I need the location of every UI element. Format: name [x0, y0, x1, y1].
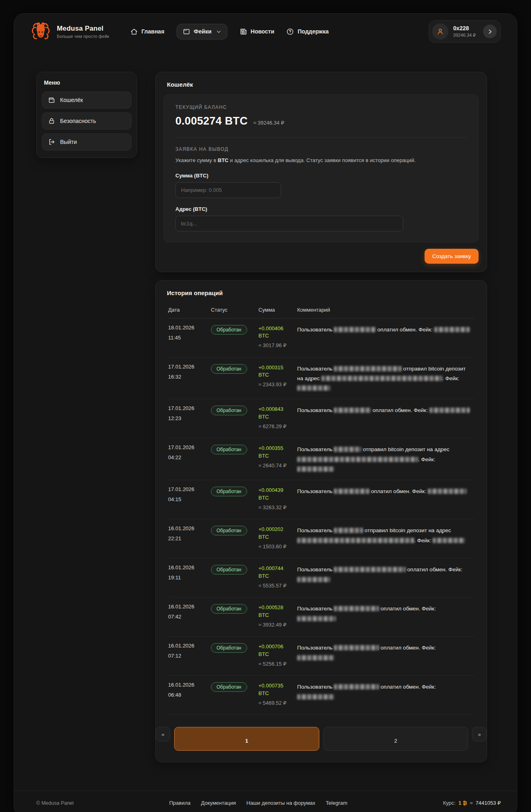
account-expand-button[interactable]	[483, 25, 497, 38]
pagination-page-2-button[interactable]: 2	[323, 727, 469, 751]
rate-approx: ≈	[470, 800, 473, 806]
censored-text	[297, 466, 334, 472]
cell-amount: +0.000735BTC≈ 5469.52 ₽	[258, 682, 297, 707]
rate-value: 7441053 ₽	[476, 800, 501, 806]
row-time: 07:12	[168, 653, 211, 658]
censored-text	[297, 538, 414, 543]
row-currency: BTC	[258, 332, 297, 340]
cell-comment: Пользователь оплатил обмен. Фейк:	[297, 406, 474, 415]
sidebar-item-wallet[interactable]: Кошелёк	[42, 92, 131, 108]
row-amount: +0.000744	[258, 565, 297, 573]
row-currency: BTC	[258, 573, 297, 580]
footer-link-telegram[interactable]: Telegram	[326, 800, 347, 806]
amount-input[interactable]	[175, 182, 281, 198]
sidebar-item-security[interactable]: Безопасность	[42, 112, 131, 129]
wallet-card: Кошелёк ТЕКУЩИЙ БАЛАНС 0.005274 BTC ≈ 39…	[155, 72, 487, 272]
row-currency: BTC	[258, 651, 297, 658]
balance-label: ТЕКУЩИЙ БАЛАНС	[175, 104, 467, 110]
row-amount: +0.000202	[258, 526, 297, 533]
row-date: 17.01.2026	[168, 487, 211, 492]
row-date: 16.01.2026	[168, 682, 211, 687]
cell-status: Обработан	[211, 445, 258, 454]
footer-link-docs[interactable]: Документация	[201, 800, 236, 806]
pagination-next-button[interactable]: »	[472, 727, 487, 741]
cell-status: Обработан	[211, 604, 258, 614]
table-row: 16.01.202607:42Обработан+0.000528BTC≈ 39…	[168, 598, 474, 637]
sidebar: Меню Кошелёк Безопасность Выйти	[36, 72, 137, 158]
sidebar-item-logout[interactable]: Выйти	[42, 133, 131, 150]
row-rub: ≈ 5535.57 ₽	[258, 582, 297, 590]
pagination-page-1-button[interactable]: 1	[174, 727, 319, 751]
window-icon	[183, 28, 190, 35]
row-date: 18.01.2026	[168, 325, 211, 330]
table-row: 18.01.202611:45Обработан+0.000406BTC≈ 30…	[168, 319, 474, 358]
balance-row: 0.005274 BTC ≈ 39246.34 ₽	[175, 115, 467, 127]
status-badge: Обработан	[211, 604, 247, 614]
cell-date: 17.01.202604:15	[168, 487, 211, 502]
row-time: 07:42	[168, 614, 211, 619]
nav-label: Главная	[142, 28, 165, 35]
cell-date: 17.01.202612:23	[168, 406, 211, 421]
censored-text	[321, 376, 442, 381]
nav-item-support[interactable]: Поддержка	[286, 28, 329, 35]
hint-pre: Укажите сумму в	[175, 157, 218, 163]
medusa-logo-icon	[30, 21, 51, 42]
logout-icon	[48, 138, 55, 146]
cell-date: 18.01.202611:45	[168, 325, 211, 340]
news-icon	[239, 28, 247, 35]
nav-item-home[interactable]: Главная	[130, 28, 165, 35]
cell-status: Обработан	[211, 526, 258, 535]
row-currency: BTC	[258, 612, 297, 619]
status-badge: Обработан	[211, 445, 247, 454]
row-date: 17.01.2026	[168, 364, 211, 369]
cell-amount: +0.000843BTC≈ 6276.29 ₽	[258, 406, 297, 431]
col-amount: Сумма	[258, 307, 297, 313]
cell-status: Обработан	[211, 682, 258, 692]
cell-status: Обработан	[211, 364, 258, 374]
status-badge: Обработан	[211, 526, 247, 535]
nav-item-fakes[interactable]: Фейки	[177, 24, 227, 40]
pagination-prev-button[interactable]: «	[156, 727, 170, 741]
menu-title: Меню	[44, 79, 131, 86]
chevron-down-icon	[216, 29, 221, 34]
account-info: 0x228 39246.34 ₽	[453, 25, 476, 38]
nav-label: Поддержка	[298, 28, 329, 35]
row-time: 06:48	[168, 692, 211, 697]
create-request-button[interactable]: Создать заявку	[425, 249, 479, 264]
cell-amount: +0.000355BTC≈ 2640.74 ₽	[258, 445, 297, 470]
row-time: 12:23	[168, 416, 211, 421]
footer-link-deposits[interactable]: Наши депозиты на форумах	[246, 800, 315, 806]
cell-status: Обработан	[211, 406, 258, 415]
sidebar-item-label: Выйти	[60, 139, 77, 145]
cell-comment: Пользователь отправил bitcoin депозит на…	[297, 445, 474, 474]
status-badge: Обработан	[211, 565, 247, 575]
row-amount: +0.000406	[258, 325, 297, 333]
row-rub: ≈ 2343.93 ₽	[258, 381, 297, 389]
lock-icon	[48, 117, 55, 125]
censored-text	[433, 538, 465, 543]
address-input[interactable]	[175, 216, 403, 231]
history-title: История операций	[156, 281, 487, 296]
censored-text	[297, 655, 334, 660]
table-body: 18.01.202611:45Обработан+0.000406BTC≈ 30…	[168, 319, 474, 715]
censored-text	[297, 385, 330, 391]
address-label: Адрес (BTC)	[175, 206, 467, 212]
cell-date: 16.01.202619:11	[168, 565, 211, 580]
cell-comment: Пользователь отправил bitcoin депозит на…	[297, 364, 474, 394]
account-widget[interactable]: 0x228 39246.34 ₽	[429, 20, 501, 43]
table-row: 16.01.202622:21Обработан+0.000202BTC≈ 15…	[168, 519, 474, 558]
row-amount: +0.000355	[258, 445, 297, 452]
row-time: 04:15	[168, 497, 211, 502]
row-date: 16.01.2026	[168, 643, 211, 648]
app-shell: Medusa Panel Больше чем просто фейк Глав…	[14, 13, 517, 812]
cell-date: 16.01.202607:42	[168, 604, 211, 619]
table-row: 16.01.202619:11Обработан+0.000744BTC≈ 55…	[168, 558, 474, 598]
footer-link-rules[interactable]: Правила	[169, 800, 191, 806]
row-rub: ≈ 5469.52 ₽	[258, 700, 297, 707]
cell-amount: +0.000315BTC≈ 2343.93 ₽	[258, 364, 297, 389]
user-icon	[436, 27, 444, 35]
censored-text	[334, 408, 371, 413]
nav-item-news[interactable]: Новости	[239, 28, 275, 35]
sidebar-item-label: Кошелёк	[60, 97, 83, 103]
status-badge: Обработан	[211, 643, 247, 653]
